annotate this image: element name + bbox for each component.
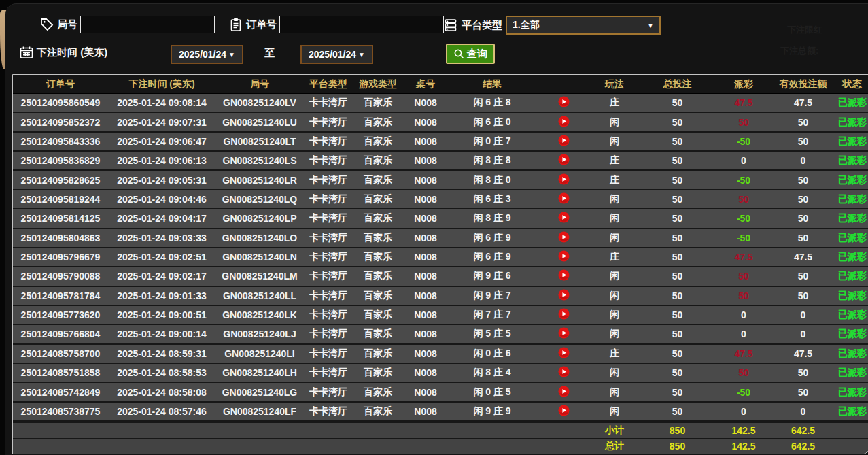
round-no-cell: GN008251240LN <box>215 252 304 263</box>
payout-cell: 47.5 <box>716 348 771 359</box>
play-video-button[interactable] <box>558 231 570 243</box>
play-video-button[interactable] <box>558 347 570 358</box>
platform-type-label: 平台类型 <box>462 19 502 32</box>
play-video-button[interactable] <box>558 327 570 339</box>
play-video-button[interactable] <box>558 366 570 377</box>
order-no-input[interactable] <box>279 16 444 33</box>
play-video-button[interactable] <box>558 173 570 185</box>
order-no-cell: 250124095766804 <box>13 328 108 339</box>
clipboard-icon <box>228 17 243 32</box>
table-no-cell: N008 <box>403 348 448 359</box>
bet-type-cell: 庄 <box>591 97 638 109</box>
col-header-table-no: 桌号 <box>403 78 448 90</box>
subtotal-payout: 142.5 <box>716 425 771 436</box>
video-cell <box>536 231 591 245</box>
play-video-button[interactable] <box>558 116 570 127</box>
bet-time-cell: 2025-01-24 09:00:51 <box>108 309 215 320</box>
play-video-button[interactable] <box>558 135 570 146</box>
video-cell <box>536 135 591 148</box>
play-video-button[interactable] <box>558 405 570 416</box>
table-row: 250124085751858 2025-01-24 08:58:53 GN00… <box>13 364 868 383</box>
game-type-cell: 百家乐 <box>353 328 403 340</box>
platform-cell: 卡卡湾厅 <box>304 309 353 321</box>
round-no-cell: GN008251240LM <box>215 271 304 282</box>
total-bet-cell: 50 <box>638 175 716 186</box>
valid-bet-cell: 50 <box>771 136 835 147</box>
valid-bet-cell: 50 <box>771 175 835 186</box>
platform-cell: 卡卡湾厅 <box>304 174 353 186</box>
play-video-button[interactable] <box>558 96 570 107</box>
round-no-cell: GN008251240LL <box>215 290 304 301</box>
total-bet-cell: 50 <box>638 252 716 263</box>
round-no-input[interactable] <box>80 16 215 33</box>
bet-type-cell: 庄 <box>591 348 638 360</box>
play-video-button[interactable] <box>558 269 570 281</box>
main-panel: 局号 订单号 <box>5 3 868 455</box>
play-video-button[interactable] <box>558 308 570 320</box>
bet-type-cell: 闲 <box>591 212 638 224</box>
payout-cell: -50 <box>716 136 771 147</box>
result-cell: 闲 9 庄 9 <box>448 405 536 418</box>
bet-type-cell: 闲 <box>591 290 638 302</box>
date-from-select[interactable]: 2025/01/24 ▼ <box>171 45 243 64</box>
total-bet-cell: 50 <box>638 194 716 205</box>
table-no-cell: N008 <box>403 97 448 108</box>
bet-type-cell: 庄 <box>591 154 638 167</box>
game-type-cell: 百家乐 <box>353 97 403 109</box>
col-header-status: 状态 <box>835 78 868 90</box>
play-video-button[interactable] <box>558 250 570 262</box>
status-badge: 已派彩 <box>835 251 868 263</box>
result-cell: 闲 8 庄 8 <box>448 154 536 167</box>
total-bet-cell: 50 <box>638 271 716 282</box>
platform-cell: 卡卡湾厅 <box>304 135 353 148</box>
date-to-select[interactable]: 2025/01/24 ▼ <box>300 45 373 64</box>
platform-cell: 卡卡湾厅 <box>304 193 353 205</box>
status-badge: 已派彩 <box>835 328 868 340</box>
search-icon <box>453 48 465 60</box>
payout-cell: 50 <box>716 117 771 128</box>
result-cell: 闲 8 庄 4 <box>448 367 536 379</box>
grand-total-valid-bet: 642.5 <box>771 441 835 452</box>
order-no-cell: 250124095796679 <box>13 252 108 263</box>
round-no-cell: GN008251240LV <box>215 97 304 108</box>
total-bet-cell: 50 <box>638 136 716 147</box>
play-video-button[interactable] <box>558 212 570 223</box>
video-cell <box>536 327 591 341</box>
video-cell <box>536 250 591 264</box>
chevron-down-icon: ▼ <box>228 51 235 58</box>
subtotal-label: 小计 <box>591 424 638 437</box>
payout-cell: 0 <box>716 406 771 417</box>
table-no-cell: N008 <box>403 290 448 301</box>
video-cell <box>536 192 591 206</box>
table-row: 250124095828625 2025-01-24 09:05:31 GN00… <box>13 171 868 190</box>
order-no-cell: 250124085751858 <box>13 367 108 378</box>
game-type-cell: 百家乐 <box>353 232 403 244</box>
total-bet-cell: 50 <box>638 155 716 166</box>
table-row: 250124095773620 2025-01-24 09:00:51 GN00… <box>13 306 868 325</box>
valid-bet-cell: 50 <box>771 117 835 128</box>
table-row: 250124095766804 2025-01-24 09:00:14 GN00… <box>13 325 868 344</box>
table-row: 250124085758700 2025-01-24 08:59:31 GN00… <box>13 345 868 364</box>
total-bet-cell: 50 <box>638 233 716 243</box>
round-no-cell: GN008251240LI <box>215 348 304 359</box>
platform-cell: 卡卡湾厅 <box>304 154 353 167</box>
platform-cell: 卡卡湾厅 <box>304 232 353 244</box>
total-bet-cell: 50 <box>638 117 716 128</box>
platform-type-select[interactable]: 1.全部 ▼ <box>506 16 661 35</box>
total-bet-cell: 50 <box>638 309 716 320</box>
order-no-cell: 250124085738775 <box>13 406 108 417</box>
query-button[interactable]: 查询 <box>446 44 495 64</box>
play-video-button[interactable] <box>558 386 570 397</box>
play-video-button[interactable] <box>558 289 570 301</box>
play-video-button[interactable] <box>558 154 570 165</box>
order-no-cell: 250124085758700 <box>13 348 108 359</box>
bet-time-cell: 2025-01-24 09:03:33 <box>108 233 215 243</box>
bet-type-cell: 闲 <box>591 135 638 148</box>
play-video-button[interactable] <box>558 192 570 204</box>
video-cell <box>536 405 591 418</box>
subtotal-row: 小计 850 142.5 642.5 <box>13 422 868 438</box>
valid-bet-cell: 0 <box>771 406 835 417</box>
status-badge: 已派彩 <box>835 97 868 109</box>
order-no-cell: 250124085742849 <box>13 387 108 398</box>
table-row: 250124095814125 2025-01-24 09:04:17 GN00… <box>13 209 868 229</box>
